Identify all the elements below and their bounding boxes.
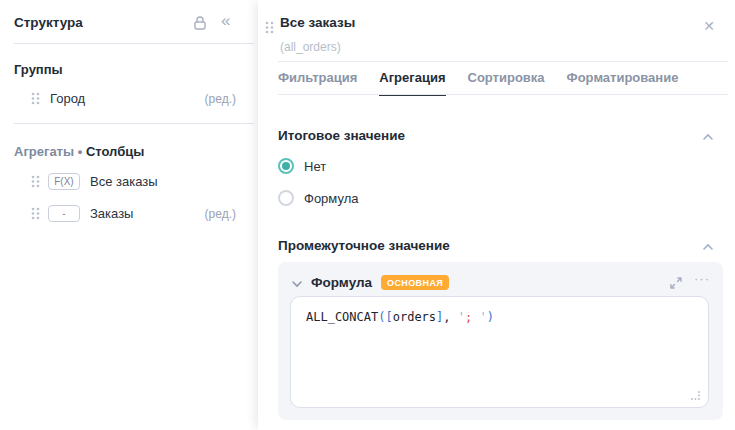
radio-none[interactable]: Нет	[278, 158, 326, 174]
intermediate-value-title: Промежуточное значение	[278, 238, 450, 253]
tabs-divider	[278, 94, 728, 95]
aggregates-header-strong: Столбцы	[86, 144, 144, 159]
formula-code: ALL_CONCAT([orders], '; ')	[306, 310, 494, 324]
header-divider	[278, 61, 728, 62]
radio-formula[interactable]: Формула	[278, 190, 358, 206]
sidebar-divider	[14, 123, 254, 124]
tab-sorting[interactable]: Сортировка	[468, 70, 545, 96]
tab-formatting[interactable]: Форматирование	[567, 70, 679, 96]
radio-label: Нет	[304, 159, 326, 174]
total-value-title: Итоговое значение	[278, 128, 405, 143]
chevron-up-icon[interactable]	[701, 240, 715, 254]
code-token: [	[385, 310, 392, 324]
more-options-icon[interactable]: ···	[694, 271, 710, 286]
list-item-orders[interactable]: - Заказы (ред.)	[0, 204, 258, 223]
formula-editor[interactable]: ALL_CONCAT([orders], '; ')	[290, 296, 709, 408]
expand-icon[interactable]	[669, 276, 683, 290]
sidebar-divider	[14, 43, 254, 44]
formula-type-badge: F(X)	[48, 173, 80, 190]
list-item-label: Город	[50, 91, 85, 106]
list-item-all-orders[interactable]: F(X) Все заказы	[0, 172, 258, 191]
code-token: ,	[443, 310, 457, 324]
lock-icon[interactable]	[191, 14, 209, 32]
collapse-sidebar-icon[interactable]: «	[221, 11, 229, 31]
field-id: (all_orders)	[280, 40, 341, 54]
edited-tag: (ред.)	[205, 207, 236, 221]
chevron-up-icon[interactable]	[701, 130, 715, 144]
code-token: '	[458, 310, 465, 324]
chevron-down-icon[interactable]	[290, 277, 304, 291]
code-token: )	[487, 310, 494, 324]
drag-handle-icon[interactable]	[31, 92, 40, 105]
aggregates-header-muted: Агрегаты •	[14, 144, 82, 159]
panel-title: Все заказы	[280, 15, 355, 30]
edited-tag: (ред.)	[205, 92, 236, 106]
drag-handle-icon[interactable]	[31, 207, 40, 220]
code-token: ALL_CONCAT	[306, 310, 378, 324]
tab-filtering[interactable]: Фильтрация	[278, 70, 357, 96]
settings-tabs: Фильтрация Агрегация Сортировка Форматир…	[278, 70, 678, 96]
none-type-badge: -	[48, 205, 80, 222]
structure-sidebar: Структура « Группы Город (ред.) Агрегаты…	[0, 0, 258, 430]
code-token: ;	[465, 310, 479, 324]
groups-header: Группы	[14, 62, 63, 77]
field-settings-panel: Все заказы ✕ (all_orders) Фильтрация Агр…	[258, 0, 735, 430]
code-token: orders	[393, 310, 436, 324]
aggregates-header: Агрегаты • Столбцы	[14, 144, 144, 159]
drag-handle-icon[interactable]	[265, 21, 274, 34]
resize-handle-icon[interactable]	[691, 390, 701, 400]
drag-handle-icon[interactable]	[31, 175, 40, 188]
close-icon[interactable]: ✕	[703, 18, 715, 34]
sidebar-title: Структура	[14, 15, 83, 30]
radio-icon[interactable]	[278, 158, 294, 174]
code-token: '	[479, 310, 486, 324]
list-item-label: Заказы	[90, 206, 133, 221]
main-badge: ОСНОВНАЯ	[381, 275, 449, 290]
tab-aggregation[interactable]: Агрегация	[379, 70, 445, 96]
list-item-label: Все заказы	[90, 174, 158, 189]
formula-card-title: Формула	[311, 275, 372, 290]
list-item-city[interactable]: Город (ред.)	[0, 89, 258, 107]
formula-card: Формула ОСНОВНАЯ ··· ALL_CONCAT([orders]…	[278, 262, 723, 420]
radio-icon[interactable]	[278, 190, 294, 206]
radio-label: Формула	[304, 191, 358, 206]
